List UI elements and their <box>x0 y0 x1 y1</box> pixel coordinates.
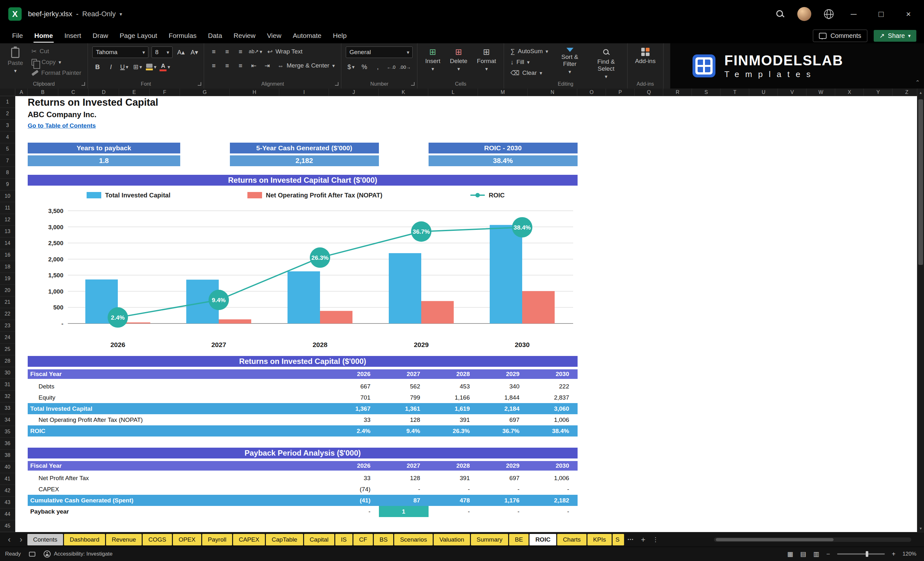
page-layout-view-button[interactable]: ▤ <box>800 550 806 558</box>
sheet-tab-is[interactable]: IS <box>335 534 352 545</box>
sheet-tab-scenarios[interactable]: Scenarios <box>394 534 433 545</box>
row-header-20[interactable]: 20 <box>0 285 15 296</box>
fill-button[interactable]: ↓ Fill ▾ <box>508 58 550 66</box>
value-cell[interactable]: 1 <box>379 506 429 517</box>
column-header-R[interactable]: R <box>663 88 692 96</box>
column-header-T[interactable]: T <box>720 88 749 96</box>
row-header-31[interactable]: 31 <box>0 379 15 391</box>
row-header-28[interactable]: 28 <box>0 356 15 367</box>
row-header-24[interactable]: 24 <box>0 332 15 344</box>
percent-button[interactable]: % <box>359 62 369 72</box>
value-cell[interactable]: - <box>478 484 528 495</box>
value-cell[interactable]: 33 <box>329 414 379 425</box>
menu-tab-formulas[interactable]: Formulas <box>163 28 202 43</box>
value-cell[interactable]: (41) <box>329 495 379 506</box>
roic-table-row[interactable]: Total Invested Capital1,3671,3611,6192,1… <box>28 403 578 414</box>
fill-color-button[interactable]: ▾ <box>146 62 156 72</box>
format-painter-button[interactable]: Format Painter <box>30 69 83 77</box>
column-header-E[interactable]: E <box>119 88 150 96</box>
format-cells-button[interactable]: ⊞ Format ▾ <box>474 46 499 73</box>
more-sheets-button[interactable]: ••• <box>625 537 636 542</box>
column-header-F[interactable]: F <box>150 88 180 96</box>
value-cell[interactable]: - <box>429 506 478 517</box>
sheet-tab-opex[interactable]: OPEX <box>173 534 201 545</box>
copy-button[interactable]: Copy ▾ <box>30 58 83 66</box>
menu-tab-insert[interactable]: Insert <box>58 28 87 43</box>
currency-button[interactable]: $▾ <box>346 62 356 72</box>
value-cell[interactable]: 222 <box>528 381 578 392</box>
menu-tab-page-layout[interactable]: Page Layout <box>114 28 163 43</box>
value-cell[interactable]: 1,166 <box>429 392 478 403</box>
vertical-scroll-thumb[interactable] <box>918 99 923 265</box>
clear-button[interactable]: ⌫ Clear ▾ <box>508 69 550 77</box>
row-header-42[interactable]: 42 <box>0 485 15 496</box>
value-cell[interactable]: 2,182 <box>528 495 578 506</box>
row-header-10[interactable]: 10 <box>0 190 15 202</box>
find-select-button[interactable]: Find & Select ▾ <box>590 46 623 81</box>
value-cell[interactable]: 1,619 <box>429 403 478 414</box>
roic-table-row[interactable]: Equity7017991,1661,8442,837 <box>28 392 578 403</box>
sheet-tab-captable[interactable]: CapTable <box>266 534 303 545</box>
row-header-2[interactable]: 2 <box>0 108 15 120</box>
column-header-S[interactable]: S <box>692 88 720 96</box>
align-center-button[interactable]: ≡ <box>222 60 232 70</box>
value-cell[interactable]: 26.3% <box>429 425 478 436</box>
value-cell[interactable]: 667 <box>329 381 379 392</box>
font-dialog-launcher[interactable] <box>198 82 201 86</box>
orientation-button[interactable]: ab↗▾ <box>249 46 262 57</box>
tab-scroll-right-button[interactable]: › <box>16 534 26 545</box>
payback-table-row[interactable]: CAPEX(74)---- <box>28 484 578 495</box>
alignment-dialog-launcher[interactable] <box>335 82 339 86</box>
decrease-indent-button[interactable]: ⇤ <box>249 60 259 70</box>
value-cell[interactable]: 340 <box>478 381 528 392</box>
number-format-select[interactable]: General ▾ <box>346 46 412 58</box>
maximize-button[interactable]: □ <box>874 7 888 21</box>
align-top-button[interactable]: ≡ <box>208 46 219 57</box>
roic-table-row[interactable]: Debts667562453340222 <box>28 381 578 392</box>
row-header-1[interactable]: 1 <box>0 96 15 108</box>
roic-table-row[interactable]: ROIC2.4%9.4%26.3%36.7%38.4% <box>28 425 578 436</box>
row-header-43[interactable]: 43 <box>0 496 15 508</box>
column-header-C[interactable]: C <box>58 88 89 96</box>
minimize-button[interactable]: ─ <box>846 7 861 21</box>
file-title[interactable]: beef-jerky.xlsx - Read-Only ▾ <box>28 10 122 18</box>
column-header-K[interactable]: K <box>379 88 428 96</box>
globe-icon[interactable] <box>824 9 834 19</box>
value-cell[interactable]: 1,367 <box>329 403 379 414</box>
column-header-P[interactable]: P <box>606 88 634 96</box>
column-header-M[interactable]: M <box>478 88 528 96</box>
decrease-decimal-button[interactable]: .00→ <box>399 62 411 72</box>
delete-cells-button[interactable]: ⊞ Delete ▾ <box>447 46 471 73</box>
autosum-button[interactable]: ∑ AutoSum ▾ <box>508 47 550 56</box>
column-header-H[interactable]: H <box>230 88 279 96</box>
sheet-tab-capex[interactable]: CAPEX <box>233 534 265 545</box>
value-cell[interactable]: 1,361 <box>379 403 429 414</box>
grow-font-button[interactable]: A▴ <box>176 47 186 57</box>
select-all-corner[interactable] <box>0 88 15 96</box>
column-header-U[interactable]: U <box>749 88 778 96</box>
value-cell[interactable]: 478 <box>429 495 478 506</box>
row-header-7[interactable]: 7 <box>0 155 15 167</box>
zoom-slider-thumb[interactable] <box>866 551 868 557</box>
row-header-25[interactable]: 25 <box>0 344 15 356</box>
row-header-12[interactable]: 12 <box>0 214 15 226</box>
sheet-tab-kpis[interactable]: KPIs <box>588 534 612 545</box>
menu-tab-automate[interactable]: Automate <box>287 28 327 43</box>
column-header-X[interactable]: X <box>835 88 864 96</box>
accessibility-status[interactable]: Accessibility: Investigate <box>44 550 112 558</box>
payback-table-row[interactable]: Net Profit After Tax331283916971,006 <box>28 472 578 484</box>
row-header-36[interactable]: 36 <box>0 438 15 450</box>
avatar[interactable] <box>797 7 811 21</box>
sheet-tab-be[interactable]: BE <box>509 534 528 545</box>
value-cell[interactable]: 3,060 <box>528 403 578 414</box>
row-header-40[interactable]: 40 <box>0 461 15 473</box>
sheet-tab-roic[interactable]: ROIC <box>530 534 556 545</box>
borders-button[interactable]: ⊞▾ <box>132 62 142 72</box>
page-break-view-button[interactable]: ▥ <box>813 550 819 558</box>
column-header-Z[interactable]: Z <box>892 88 917 96</box>
increase-decimal-button[interactable]: ←.0 <box>386 62 396 72</box>
align-bottom-button[interactable]: ≡ <box>235 46 246 57</box>
column-header-V[interactable]: V <box>778 88 807 96</box>
bold-button[interactable]: B <box>95 63 100 70</box>
column-header-J[interactable]: J <box>329 88 379 96</box>
